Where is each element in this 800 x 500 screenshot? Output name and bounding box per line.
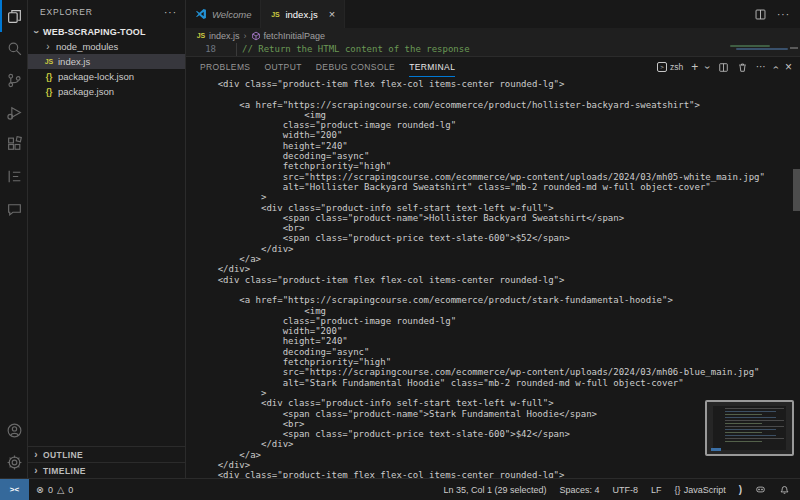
editor-more-actions-icon[interactable]: ··· xyxy=(777,9,790,20)
js-file-icon: JS xyxy=(44,58,54,65)
tab-terminal[interactable]: TERMINAL xyxy=(409,57,455,77)
json-file-icon: {} xyxy=(44,87,54,97)
braces-icon: {} xyxy=(675,485,681,495)
split-terminal-icon[interactable] xyxy=(718,62,729,73)
tab-debug-console[interactable]: DEBUG CONSOLE xyxy=(316,57,395,77)
json-file-icon: {} xyxy=(44,72,54,82)
maximize-panel-icon[interactable]: › xyxy=(770,65,781,68)
explorer-icon[interactable] xyxy=(0,0,27,32)
line-number: 18 xyxy=(186,43,216,56)
sidebar-item-package-lock-json[interactable]: {} package-lock.json xyxy=(28,69,185,84)
breadcrumb-symbol-label: fetchInitialPage xyxy=(264,31,326,41)
outline-label: OUTLINE xyxy=(43,450,83,460)
explorer-more-icon[interactable]: ··· xyxy=(164,7,177,18)
js-file-icon: JS xyxy=(196,32,206,39)
tab-bar: Welcome JS index.js × ··· xyxy=(186,0,800,28)
source-control-icon[interactable] xyxy=(0,64,27,96)
tab-label: Welcome xyxy=(212,9,251,20)
code-comment: // Return the HTML content of the respon… xyxy=(216,43,470,56)
terminal-instance[interactable]: > zsh xyxy=(657,62,683,72)
sidebar-item-package-json[interactable]: {} package.json xyxy=(28,84,185,99)
chevron-down-icon: › xyxy=(31,28,41,36)
timeline-label: TIMELINE xyxy=(43,466,86,476)
chevron-right-icon: › xyxy=(32,450,40,460)
tab-label: index.js xyxy=(285,9,317,20)
panel-more-actions-icon[interactable]: ··· xyxy=(756,62,766,72)
extensions-icon[interactable] xyxy=(0,128,27,160)
activity-bar-spacer xyxy=(0,224,27,414)
panel-header: PROBLEMS OUTPUT DEBUG CONSOLE TERMINAL >… xyxy=(186,57,800,77)
chat-icon[interactable] xyxy=(0,192,27,224)
workspace-name: WEB-SCRAPING-TOOL xyxy=(43,27,146,37)
eol-setting[interactable]: LF xyxy=(651,485,662,495)
indent-guide xyxy=(236,43,237,56)
breadcrumb-separator: › xyxy=(244,31,247,41)
tab-output[interactable]: OUTPUT xyxy=(264,57,301,77)
warning-icon: △ xyxy=(57,484,64,495)
bottom-panel: PROBLEMS OUTPUT DEBUG CONSOLE TERMINAL >… xyxy=(186,56,800,478)
language-label: JavaScript xyxy=(684,485,726,495)
indentation-setting[interactable]: Spaces: 4 xyxy=(560,485,600,495)
terminal-profile-chevron-icon[interactable]: › xyxy=(702,65,713,68)
method-symbol-icon xyxy=(251,31,261,41)
vscode-logo-icon xyxy=(195,8,207,20)
screenshot-preview-thumbnail[interactable] xyxy=(705,400,794,456)
run-debug-icon[interactable] xyxy=(0,96,27,128)
terminal-prompt-icon: > xyxy=(657,62,667,72)
workspace-folder[interactable]: › WEB-SCRAPING-TOOL xyxy=(28,24,185,39)
account-icon[interactable] xyxy=(0,414,27,446)
activity-bar xyxy=(0,0,28,478)
breadcrumb: JS index.js › fetchInitialPage xyxy=(186,28,800,43)
sidebar-item-index-js[interactable]: JS index.js xyxy=(28,54,185,69)
close-panel-icon[interactable]: × xyxy=(785,61,792,73)
file-label: node_modules xyxy=(56,41,118,52)
kill-terminal-icon[interactable] xyxy=(737,62,748,73)
file-label: package-lock.json xyxy=(58,71,134,82)
error-count: 0 xyxy=(48,485,53,495)
minimap[interactable] xyxy=(730,45,786,51)
preview-content xyxy=(713,406,786,450)
error-icon: ⊗ xyxy=(36,484,44,495)
status-bar: >< ⊗ 0 △ 0 Ln 35, Col 1 (29 selected) Sp… xyxy=(0,478,800,500)
preview-statusbar xyxy=(711,448,721,451)
editor-scrollbar[interactable] xyxy=(790,47,798,49)
remote-indicator[interactable]: >< xyxy=(0,479,29,500)
problems-status[interactable]: ⊗ 0 △ 0 xyxy=(29,484,73,495)
language-mode[interactable]: {} JavaScript xyxy=(675,485,726,495)
js-file-icon: JS xyxy=(270,11,280,18)
explorer-sidebar: EXPLORER ··· › WEB-SCRAPING-TOOL › node_… xyxy=(28,0,186,478)
timeline-section[interactable]: › TIMELINE xyxy=(28,462,185,478)
breadcrumb-file[interactable]: JS index.js xyxy=(196,31,240,41)
vscode-window: EXPLORER ··· › WEB-SCRAPING-TOOL › node_… xyxy=(0,0,800,500)
search-icon[interactable] xyxy=(0,32,27,64)
close-tab-icon[interactable]: × xyxy=(329,8,335,20)
file-label: package.json xyxy=(58,86,114,97)
breadcrumb-file-label: index.js xyxy=(209,31,240,41)
warning-count: 0 xyxy=(68,485,73,495)
copilot-icon[interactable] xyxy=(755,484,766,495)
tab-welcome[interactable]: Welcome xyxy=(186,0,261,28)
breadcrumb-symbol[interactable]: fetchInitialPage xyxy=(251,31,326,41)
tab-problems[interactable]: PROBLEMS xyxy=(200,57,250,77)
editor-code-line: 18 // Return the HTML content of the res… xyxy=(186,43,800,56)
encoding-setting[interactable]: UTF-8 xyxy=(613,485,639,495)
notifications-bell-icon[interactable] xyxy=(779,484,790,495)
chevron-right-icon: › xyxy=(44,42,52,52)
file-label: index.js xyxy=(58,56,90,67)
tab-index-js[interactable]: JS index.js × xyxy=(261,0,345,28)
terminal-scrollbar[interactable] xyxy=(793,169,800,211)
settings-gear-icon[interactable] xyxy=(0,446,27,478)
chevron-right-icon: › xyxy=(32,466,40,476)
shell-label: zsh xyxy=(670,62,683,72)
sidebar-item-node-modules[interactable]: › node_modules xyxy=(28,39,185,54)
editor-area: Welcome JS index.js × ··· JS index.js › xyxy=(186,0,800,478)
outline-section[interactable]: › OUTLINE xyxy=(28,446,185,462)
list-tree-icon[interactable] xyxy=(0,160,27,192)
split-editor-icon[interactable] xyxy=(754,8,767,21)
cursor-position[interactable]: Ln 35, Col 1 (29 selected) xyxy=(444,485,547,495)
do-not-disturb-icon[interactable]: ) xyxy=(739,484,742,495)
explorer-title: EXPLORER xyxy=(40,7,93,17)
new-terminal-icon[interactable]: + xyxy=(691,61,698,73)
